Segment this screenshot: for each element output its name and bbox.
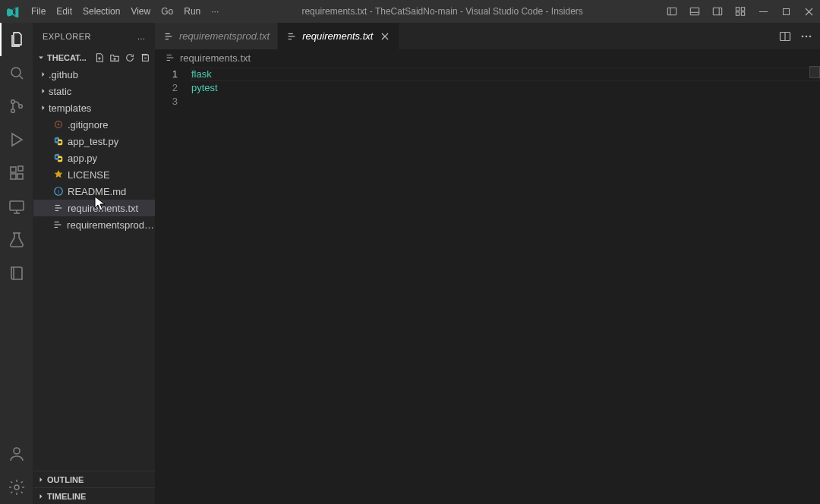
tree-file[interactable]: LICENSE <box>33 166 155 183</box>
activity-run-debug-icon[interactable] <box>0 123 33 156</box>
svg-rect-9 <box>741 12 744 15</box>
file-icon <box>164 52 176 63</box>
menu-run[interactable]: Run <box>178 0 206 23</box>
activity-testing-icon[interactable] <box>0 223 33 257</box>
svg-rect-11 <box>783 8 789 14</box>
activity-settings-icon[interactable] <box>0 471 33 504</box>
svg-rect-8 <box>736 12 739 15</box>
svg-point-37 <box>58 124 60 126</box>
breadcrumb[interactable]: requirements.txt <box>155 49 820 66</box>
menu-view[interactable]: View <box>125 0 156 23</box>
svg-point-28 <box>14 448 20 454</box>
sidebar-more-icon[interactable]: … <box>137 32 147 41</box>
more-actions-icon[interactable] <box>797 27 815 46</box>
editor-tab[interactable]: requirementsprod.txt <box>155 23 278 49</box>
tree-folder[interactable]: templates <box>33 99 155 116</box>
panel-timeline[interactable]: TIMELINE <box>33 487 155 504</box>
menu-edit[interactable]: Edit <box>51 0 77 23</box>
tree-item-label: .github <box>49 69 78 80</box>
panel-timeline-label: TIMELINE <box>47 492 86 501</box>
new-folder-icon[interactable] <box>108 51 121 65</box>
chevron-right-icon <box>38 87 49 96</box>
customize-layout-icon[interactable] <box>729 0 752 23</box>
chevron-right-icon <box>38 103 49 112</box>
menu-file[interactable]: File <box>26 0 51 23</box>
breadcrumb-label: requirements.txt <box>180 52 251 64</box>
svg-point-56 <box>802 35 804 37</box>
panel-outline[interactable]: OUTLINE <box>33 471 155 487</box>
tree-file[interactable]: requirementsprod.txt <box>33 216 155 233</box>
toggle-primary-sidebar-icon[interactable] <box>661 0 683 23</box>
tree-item-label: app_test.py <box>68 136 118 147</box>
tree-item-label: README.md <box>68 186 126 197</box>
code-lines[interactable]: flaskpytest <box>191 66 820 504</box>
file-tree[interactable]: .githubstatictemplates.gitignoreapp_test… <box>33 66 155 471</box>
code-editor[interactable]: 123 flaskpytest <box>155 66 820 504</box>
activity-extensions-icon[interactable] <box>0 156 33 190</box>
code-line[interactable]: pytest <box>191 81 820 95</box>
tree-item-label: LICENSE <box>68 169 110 181</box>
file-type-icon <box>52 153 65 163</box>
menu-more[interactable]: ··· <box>206 0 224 23</box>
chevron-down-icon <box>35 53 47 62</box>
tab-label: requirementsprod.txt <box>179 30 270 42</box>
explorer-root[interactable]: THECAT... <box>33 49 155 66</box>
code-line[interactable]: flask <box>191 68 820 81</box>
tree-item-label: .gitignore <box>68 119 108 131</box>
minimize-button[interactable] <box>752 0 774 23</box>
svg-rect-0 <box>667 8 676 15</box>
tree-file[interactable]: app.py <box>33 150 155 166</box>
activity-book-icon[interactable] <box>0 257 33 290</box>
svg-line-15 <box>19 76 23 80</box>
file-type-icon <box>52 169 65 180</box>
svg-rect-19 <box>11 167 16 172</box>
layout-buttons <box>661 0 752 23</box>
explorer-root-label: THECAT... <box>47 53 87 62</box>
svg-rect-2 <box>690 8 699 15</box>
editor-group: requirementsprod.txtrequirements.txt req… <box>155 23 820 504</box>
svg-point-14 <box>11 68 20 77</box>
toggle-secondary-sidebar-icon[interactable] <box>706 0 729 23</box>
tree-file[interactable]: app_test.py <box>33 133 155 150</box>
chevron-right-icon <box>35 475 47 484</box>
collapse-all-icon[interactable] <box>138 51 152 65</box>
menu-go[interactable]: Go <box>156 0 178 23</box>
tree-folder[interactable]: .github <box>33 66 155 83</box>
minimap-viewport[interactable] <box>809 66 820 78</box>
activity-source-control-icon[interactable] <box>0 90 33 123</box>
svg-rect-22 <box>18 166 23 171</box>
split-editor-icon[interactable] <box>776 27 794 46</box>
tree-file[interactable]: requirements.txt <box>33 200 155 216</box>
editor-tab[interactable]: requirements.txt <box>278 23 399 49</box>
window-controls <box>752 0 820 23</box>
new-file-icon[interactable] <box>93 51 106 65</box>
tab-bar-actions <box>771 23 820 49</box>
panel-outline-label: OUTLINE <box>47 475 84 484</box>
code-line[interactable] <box>191 95 820 109</box>
maximize-button[interactable] <box>774 0 797 23</box>
activity-remote-icon[interactable] <box>0 190 33 223</box>
close-button[interactable] <box>797 0 820 23</box>
menu-selection[interactable]: Selection <box>77 0 125 23</box>
close-icon[interactable] <box>379 30 391 43</box>
file-type-icon <box>52 219 65 230</box>
svg-point-16 <box>11 100 14 104</box>
svg-rect-7 <box>741 8 744 11</box>
activity-explorer-icon[interactable] <box>0 23 33 56</box>
app-logo <box>0 5 26 17</box>
window-title: requirements.txt - TheCatSaidNo-main - V… <box>224 6 661 17</box>
tree-item-label: templates <box>49 102 91 114</box>
file-type-icon <box>285 31 298 42</box>
tree-folder[interactable]: static <box>33 83 155 99</box>
activity-account-icon[interactable] <box>0 437 33 471</box>
tree-file[interactable]: .gitignore <box>33 116 155 133</box>
svg-point-18 <box>18 105 22 109</box>
main-area: EXPLORER … THECAT... .githubstatictempla… <box>0 23 820 504</box>
refresh-icon[interactable] <box>123 51 137 65</box>
tree-item-label: static <box>49 86 71 97</box>
toggle-panel-icon[interactable] <box>683 0 706 23</box>
activity-search-icon[interactable] <box>0 56 33 90</box>
tab-label: requirements.txt <box>302 30 373 42</box>
chevron-right-icon <box>35 492 47 501</box>
tree-file[interactable]: iREADME.md <box>33 183 155 200</box>
